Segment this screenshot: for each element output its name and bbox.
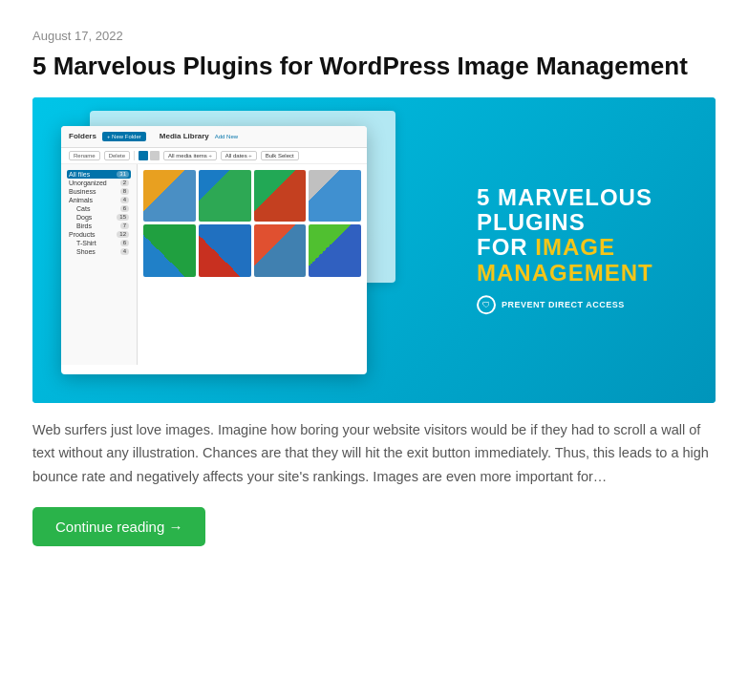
- article-date: August 17, 2022: [32, 29, 716, 43]
- media-thumb-5: [143, 224, 196, 277]
- wp-sidebar-shoes: Shoes 4: [67, 247, 131, 256]
- wp-sidebar-products: Products 12: [67, 230, 131, 239]
- wp-sidebar-animals: Animals 4: [67, 196, 131, 204]
- media-thumb-8: [309, 224, 361, 277]
- promo-line1: 5 MARVELOUS PLUGINS: [477, 185, 696, 236]
- article-featured-image: Folders + New Folder Media Library Add N…: [32, 97, 716, 403]
- wp-panel-header: Folders + New Folder Media Library Add N…: [61, 126, 367, 148]
- media-thumb-2: [199, 170, 251, 223]
- wp-all-media-filter: All media items ÷: [163, 151, 217, 160]
- article-excerpt: Web surfers just love images. Imagine ho…: [32, 418, 716, 489]
- wp-sidebar-cats: Cats 6: [67, 204, 131, 213]
- wp-add-new-btn: Add New: [215, 134, 238, 139]
- wp-sidebar: All files 31 Unorganized 2 Business 8: [61, 164, 138, 365]
- wp-new-folder-btn: + New Folder: [102, 132, 146, 141]
- media-thumb-6: [199, 224, 251, 277]
- article-image-inner: Folders + New Folder Media Library Add N…: [32, 97, 716, 403]
- wp-sidebar-all-files: All files 31: [67, 170, 131, 179]
- promo-brand-name: PREVENT DIRECT ACCESS: [502, 300, 625, 309]
- wp-sidebar-birds: Birds 7: [67, 222, 131, 230]
- pda-shield-icon: 🛡: [477, 295, 496, 314]
- promo-text-block: 5 MARVELOUS PLUGINS FOR IMAGE MANAGEMENT…: [477, 185, 696, 315]
- media-thumb-4: [309, 170, 361, 223]
- wp-media-library-label: Media Library: [160, 132, 209, 140]
- wp-bulk-select-btn: Bulk Select: [261, 151, 299, 160]
- media-thumb-1: [143, 170, 196, 223]
- wp-sidebar-unorganized: Unorganized 2: [67, 179, 131, 187]
- wp-rename-btn: Rename: [69, 151, 100, 160]
- article-title: 5 Marvelous Plugins for WordPress Image …: [32, 51, 716, 82]
- wp-body: All files 31 Unorganized 2 Business 8: [61, 164, 367, 365]
- promo-brand-block: 🛡 PREVENT DIRECT ACCESS: [477, 295, 696, 314]
- wp-sidebar-business: Business 8: [67, 187, 131, 196]
- wp-toolbar: Rename Delete All media items ÷ All date…: [61, 148, 367, 164]
- wp-toolbar-separator: [134, 151, 135, 160]
- article-card: August 17, 2022 5 Marvelous Plugins for …: [19, 19, 729, 565]
- wp-all-dates-filter: All dates ÷: [221, 151, 257, 160]
- wp-sidebar-dogs: Dogs 15: [67, 213, 131, 222]
- promo-line2: FOR IMAGE MANAGEMENT: [477, 236, 696, 286]
- wp-delete-btn: Delete: [104, 151, 130, 160]
- media-thumb-7: [254, 224, 307, 277]
- list-view-icon: [150, 151, 160, 160]
- wp-media-grid: [138, 164, 367, 365]
- wp-folders-label: Folders: [69, 132, 96, 140]
- media-thumb-3: [254, 170, 307, 223]
- continue-reading-button[interactable]: Continue reading →: [32, 507, 205, 546]
- wp-view-toggle: [139, 151, 160, 160]
- wp-sidebar-tshirt: T-Shirt 6: [67, 239, 131, 247]
- grid-view-icon: [139, 151, 148, 160]
- wp-media-library-mockup: Folders + New Folder Media Library Add N…: [61, 126, 367, 374]
